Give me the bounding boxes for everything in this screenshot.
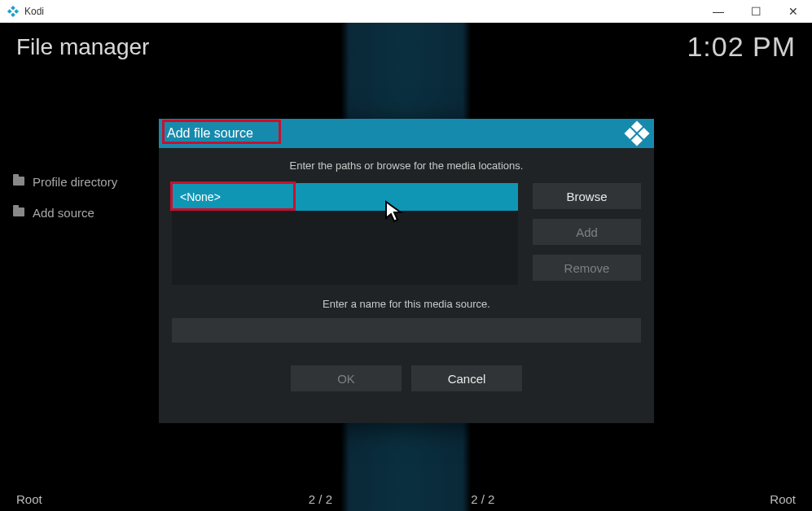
dialog-footer: OK Cancel xyxy=(172,365,641,391)
dialog-body: Enter the paths or browse for the media … xyxy=(159,148,654,391)
folder-icon xyxy=(13,207,24,216)
path-item-selected[interactable]: <None> xyxy=(172,183,518,211)
browse-button[interactable]: Browse xyxy=(533,183,641,209)
path-item-value: <None> xyxy=(180,190,221,203)
sidebar: Profile directory Add source xyxy=(10,166,156,228)
window-controls: — ☐ ✕ xyxy=(706,3,805,20)
add-button[interactable]: Add xyxy=(533,219,641,245)
sidebar-item-profile-directory[interactable]: Profile directory xyxy=(10,166,156,197)
remove-button[interactable]: Remove xyxy=(533,255,641,281)
paths-list: <None> xyxy=(172,183,518,285)
add-file-source-dialog: Add file source Enter the paths or brows… xyxy=(159,119,654,423)
window-titlebar: Kodi — ☐ ✕ xyxy=(0,0,812,23)
status-counter-right: 2 / 2 xyxy=(471,492,494,506)
clock: 1:02 PM xyxy=(687,31,796,63)
svg-rect-0 xyxy=(11,5,15,10)
paths-hint: Enter the paths or browse for the media … xyxy=(172,159,641,172)
window-title: Kodi xyxy=(24,6,706,17)
folder-icon xyxy=(13,177,24,186)
name-hint: Enter a name for this media source. xyxy=(172,298,641,310)
dialog-header: Add file source xyxy=(159,119,654,148)
page-title: File manager xyxy=(16,34,149,60)
close-button[interactable]: ✕ xyxy=(781,3,805,20)
svg-rect-3 xyxy=(11,12,15,17)
maximize-button[interactable]: ☐ xyxy=(744,3,768,20)
ok-button[interactable]: OK xyxy=(291,365,402,391)
status-right-root: Root xyxy=(770,492,796,506)
kodi-logo-icon xyxy=(624,120,649,146)
sidebar-item-label: Profile directory xyxy=(33,175,117,189)
cancel-button[interactable]: Cancel xyxy=(411,365,522,391)
status-counter-left: 2 / 2 xyxy=(309,492,332,506)
minimize-button[interactable]: — xyxy=(706,3,731,20)
svg-rect-2 xyxy=(7,9,12,14)
status-bar: Root 2 / 2 2 / 2 Root xyxy=(0,487,812,511)
sidebar-item-label: Add source xyxy=(33,206,94,220)
sidebar-item-add-source[interactable]: Add source xyxy=(10,197,156,228)
source-name-input[interactable] xyxy=(172,318,641,343)
svg-rect-1 xyxy=(14,9,19,14)
app-viewport: File manager 1:02 PM Profile directory A… xyxy=(0,23,812,511)
kodi-app-icon xyxy=(7,5,20,18)
dialog-title: Add file source xyxy=(167,126,253,140)
status-left-root: Root xyxy=(16,492,42,506)
